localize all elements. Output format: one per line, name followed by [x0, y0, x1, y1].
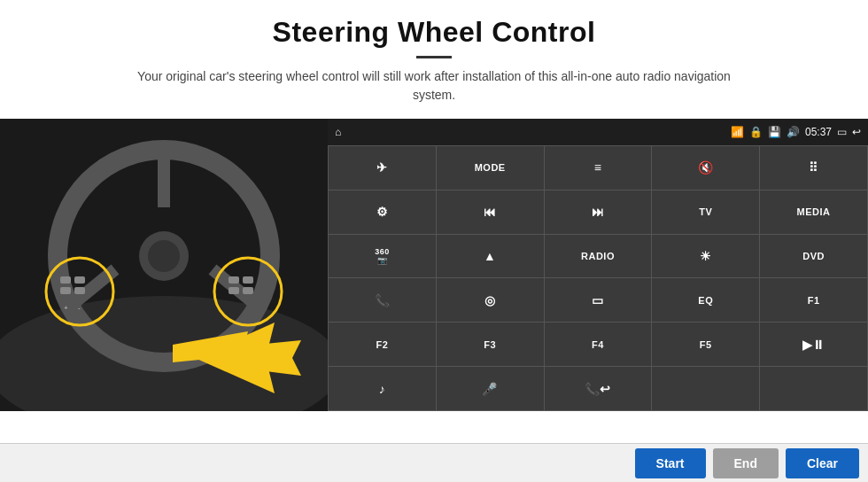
- svg-rect-11: [74, 276, 85, 284]
- btn-radio[interactable]: RADIO: [545, 235, 652, 278]
- svg-text:-: -: [78, 304, 81, 312]
- button-grid: ✈ MODE ≡ 🔇 ⠿ ⚙ ⏮ ⏭ TV MEDIA 360📷 ▲ RADIO…: [328, 145, 868, 411]
- btn-swirl[interactable]: ◎: [437, 278, 544, 322]
- btn-media[interactable]: MEDIA: [760, 190, 867, 234]
- btn-empty-1[interactable]: [652, 367, 759, 410]
- wifi-icon: 📶: [731, 126, 744, 138]
- btn-mic[interactable]: 🎤: [437, 367, 544, 410]
- btn-f3[interactable]: F3: [437, 323, 544, 366]
- android-panel: ⌂ 📶 🔒 💾 🔊 05:37 ▭ ↩ ✈ MODE ≡ 🔇: [328, 119, 868, 411]
- btn-prev[interactable]: ⏮: [437, 190, 544, 234]
- bottom-bar: Start End Clear: [0, 443, 868, 482]
- sd-icon: 💾: [768, 126, 781, 138]
- clear-button[interactable]: Clear: [786, 448, 859, 478]
- btn-tv[interactable]: TV: [652, 190, 759, 234]
- svg-rect-10: [60, 276, 71, 284]
- btn-empty-2[interactable]: [760, 367, 867, 410]
- svg-rect-17: [243, 276, 253, 284]
- btn-apps[interactable]: ⠿: [760, 146, 867, 190]
- screen-icon: ▭: [837, 126, 847, 138]
- svg-text:+: +: [64, 304, 68, 312]
- home-icon: ⌂: [335, 126, 341, 138]
- content-row: + - ⌂ 📶: [0, 119, 868, 443]
- page: Steering Wheel Control Your original car…: [0, 0, 868, 482]
- svg-rect-18: [229, 287, 239, 294]
- btn-call-end[interactable]: 📞↩: [545, 367, 652, 410]
- btn-brightness[interactable]: ☀: [652, 235, 759, 278]
- svg-rect-13: [74, 287, 85, 294]
- start-button[interactable]: Start: [635, 448, 706, 478]
- btn-phone[interactable]: 📞: [329, 278, 436, 322]
- btn-dvd[interactable]: DVD: [760, 235, 867, 278]
- end-button[interactable]: End: [713, 448, 779, 478]
- btn-f1[interactable]: F1: [760, 278, 867, 322]
- btn-eject[interactable]: ▲: [437, 235, 544, 278]
- steering-wheel-image: + -: [0, 119, 328, 411]
- svg-rect-12: [60, 287, 71, 294]
- btn-list[interactable]: ≡: [545, 146, 652, 190]
- divider: [416, 56, 452, 58]
- bt-icon: 🔊: [787, 126, 800, 138]
- btn-f5[interactable]: F5: [652, 323, 759, 366]
- btn-music[interactable]: ♪: [329, 367, 436, 410]
- btn-f2[interactable]: F2: [329, 323, 436, 366]
- subtitle: Your original car's steering wheel contr…: [133, 67, 735, 105]
- status-right: 📶 🔒 💾 🔊 05:37 ▭ ↩: [731, 126, 861, 138]
- btn-mute[interactable]: 🔇: [652, 146, 759, 190]
- status-bar: ⌂ 📶 🔒 💾 🔊 05:37 ▭ ↩: [328, 119, 868, 145]
- page-title: Steering Wheel Control: [0, 16, 868, 49]
- btn-f4[interactable]: F4: [545, 323, 652, 366]
- svg-rect-19: [243, 287, 253, 294]
- svg-point-7: [148, 240, 180, 272]
- time-display: 05:37: [805, 126, 832, 138]
- btn-settings[interactable]: ⚙: [329, 190, 436, 234]
- btn-screen[interactable]: ▭: [545, 278, 652, 322]
- btn-eq[interactable]: EQ: [652, 278, 759, 322]
- btn-play-pause[interactable]: ▶⏸: [760, 323, 867, 366]
- btn-next[interactable]: ⏭: [545, 190, 652, 234]
- lock-icon: 🔒: [749, 126, 763, 138]
- btn-mode[interactable]: MODE: [437, 146, 544, 190]
- btn-360[interactable]: 360📷: [329, 235, 436, 278]
- header: Steering Wheel Control Your original car…: [0, 0, 868, 110]
- status-left: ⌂: [335, 126, 341, 138]
- back-icon: ↩: [852, 126, 861, 138]
- btn-navigate[interactable]: ✈: [329, 146, 436, 190]
- svg-rect-16: [229, 276, 239, 284]
